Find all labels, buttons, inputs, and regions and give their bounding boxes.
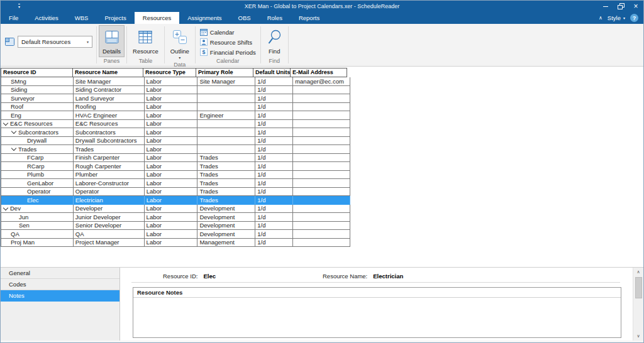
table-row[interactable]: SurveyorLand SurveyorLabor1/d [1,94,350,103]
collapse-ribbon-icon[interactable]: ∧ [599,16,602,21]
table-cell: Plumb [1,171,74,180]
find-button[interactable]: Find [263,25,286,57]
column-header[interactable]: Resource Name [72,68,143,77]
table-row[interactable]: SMngSite ManagerLaborSite Manager1/dmana… [1,77,350,86]
table-cell: 1/d [255,86,293,95]
details-button[interactable]: Details [99,25,125,57]
scrollbar-thumb[interactable] [635,277,642,298]
tab-reports[interactable]: Reports [291,12,328,24]
table-row[interactable]: GenLaborLaborer-ConstructorLaborTrades1/… [1,179,350,188]
person-icon [200,38,208,46]
collapse-chevron-icon[interactable] [3,205,8,210]
table-row[interactable]: DevDeveloperLaborDevelopment1/d [1,205,350,214]
calendar-icon [200,28,208,36]
table-row[interactable]: E&C ResourcesE&C ResourcesLabor1/d [1,120,350,129]
table-cell: 1/d [255,188,293,197]
tab-projects[interactable]: Projects [96,12,134,24]
tab-resources[interactable]: Resources [135,12,179,24]
tab-obs[interactable]: OBS [230,12,259,24]
table-row[interactable]: RoofRoofingLabor1/d [1,103,350,112]
table-cell: Labor [145,188,198,197]
collapse-chevron-icon[interactable] [3,121,8,126]
resource-id-label: Resource ID: [163,273,197,280]
tab-activities[interactable]: Activities [26,12,66,24]
table-cell: 1/d [255,162,293,171]
financial-periods-button-label: Financial Periods [210,49,256,56]
table-row[interactable]: JunJunior DeveloperLaborDevelopment1/d [1,213,350,222]
minimize-button[interactable] [598,1,613,12]
help-icon[interactable]: ? [630,14,638,22]
table-row[interactable]: SubcontractorsSubcontractorsLabor1/d [1,128,350,137]
table-cell: SMng [1,77,74,86]
close-button[interactable]: × [628,1,643,12]
table-cell: Senior Developer [74,222,145,231]
view-selector-dropdown[interactable]: Default Resources ▾ [18,36,92,48]
detail-header: Resource ID: Elec Resource Name: Electri… [120,271,620,280]
scroll-down-icon[interactable]: ∨ [636,332,640,340]
view-selector-value: Default Resources [21,38,70,45]
table-row[interactable]: Proj ManProject ManagerLaborManagement1/… [1,239,350,248]
quick-access-toolbar-icon[interactable]: ▾ [18,4,20,9]
restore-button[interactable] [613,1,628,12]
financial-periods-button[interactable]: $ Financial Periods [197,48,258,57]
table-cell: 1/d [255,137,293,146]
table-row[interactable]: RCarpRough CarpenterLaborTrades1/d [1,162,350,171]
find-button-label: Find [269,48,280,55]
resource-notes-input[interactable] [133,299,621,337]
vertical-scrollbar[interactable]: ∧ ∨ [633,268,643,340]
table-row[interactable]: SidingSiding ContractorLabor1/d [1,86,350,95]
resource-button-label: Resource [133,48,158,55]
tab-assignments[interactable]: Assignments [179,12,230,24]
outline-button[interactable]: Outline ▾ [167,25,193,61]
column-header[interactable]: Resource Type [143,68,196,77]
table-row[interactable]: PlumbPlumberLaborTrades1/d [1,171,350,180]
table-row[interactable]: EngHVAC EngineerLaborEngineer1/d [1,111,350,120]
scroll-up-icon[interactable]: ∧ [636,268,640,276]
table-row[interactable]: FCarpFinish CarpenterLaborTrades1/d [1,154,350,163]
table-cell: manager@ec.com [293,77,350,86]
collapse-chevron-icon[interactable] [11,129,16,134]
panel-tab-general[interactable]: General [1,268,119,279]
table-cell: GenLabor [1,179,74,188]
style-menu-button[interactable]: Style ▾ [608,14,625,21]
table-row[interactable]: OperatorOperatorLaborTrades1/d [1,188,350,197]
table-cell: FCarp [1,154,74,163]
table-row[interactable]: SenSenior DeveloperLaborDevelopment1/d [1,222,350,231]
column-header[interactable]: Primary Role [196,68,253,77]
table-row[interactable]: QAQALaborDevelopment1/d [1,230,350,239]
column-header[interactable]: E-Mail Address [290,68,347,77]
table-cell: Junior Developer [74,213,145,222]
table-cell: 1/d [255,128,293,137]
dollar-icon: $ [200,48,208,56]
resource-shifts-button[interactable]: Resource Shifts [197,38,258,46]
table-cell: Labor [145,94,198,103]
chevron-down-icon: ▾ [179,55,180,60]
table-cell: Developer [74,205,145,214]
view-layout-icon [5,38,14,46]
table-cell: Development [197,205,255,214]
magnifier-icon [267,28,282,46]
panel-tab-codes[interactable]: Codes [1,279,119,290]
tab-wbs[interactable]: WBS [67,12,97,24]
ribbon-group-find: Find Find [261,24,288,66]
tab-file[interactable]: File [1,12,26,24]
table-row[interactable]: DrywallDrywall SubcontractorsLabor1/d [1,137,350,146]
svg-text:$: $ [202,49,205,55]
table-row[interactable]: ElecElectricianLaborTrades1/d [1,196,350,205]
table-cell: Development [197,230,255,239]
table-row[interactable]: TradesTradesLabor1/d [1,145,350,154]
resource-button[interactable]: Resource [129,25,162,57]
ribbon-group-table: Resource Table [127,24,164,66]
table-cell: Jun [1,213,74,222]
tab-roles[interactable]: Roles [259,12,291,24]
panel-tab-notes[interactable]: Notes [1,290,119,302]
calendar-button[interactable]: Calendar [197,28,258,36]
column-header[interactable]: Resource ID [1,68,73,77]
collapse-chevron-icon[interactable] [11,146,16,151]
ribbon-group-data: Outline ▾ Data [165,24,195,66]
detail-view: Resource ID: Elec Resource Name: Electri… [120,268,633,340]
table-cell: Labor [145,77,198,86]
chevron-down-icon: ▾ [87,40,89,44]
column-header[interactable]: Default Units... [253,68,291,77]
table-cell [293,171,350,180]
